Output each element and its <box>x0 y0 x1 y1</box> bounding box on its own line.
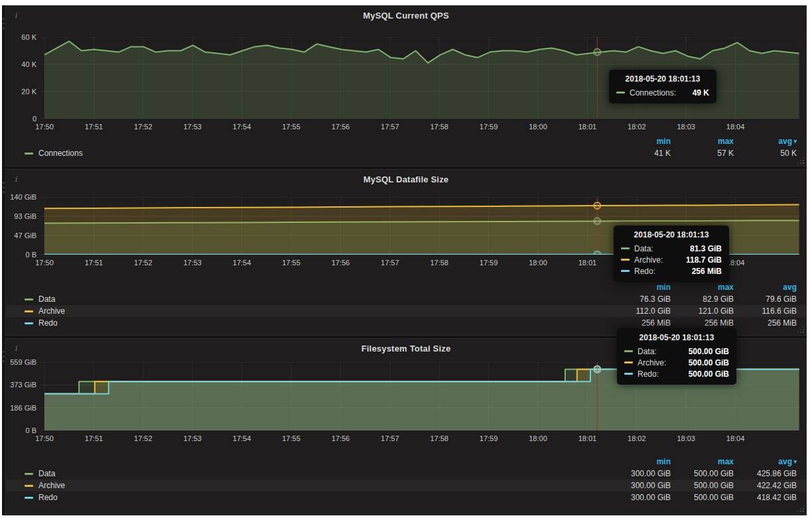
legend-header-max[interactable]: max <box>671 457 734 466</box>
x-axis-label: 17:59 <box>480 259 498 267</box>
legend-series-data[interactable]: Data <box>25 294 608 304</box>
series-color-dash-icon <box>624 373 633 375</box>
legend-row-redo: Redo300.00 GiB500.00 GiB418.42 GiB <box>6 491 806 503</box>
legend-header-max[interactable]: max <box>671 137 734 146</box>
legend-stat-min: 112.0 GiB <box>608 306 671 316</box>
legend-stat-avg: 256 MiB <box>734 318 797 328</box>
tooltip-timestamp: 2018-05-20 18:01:13 <box>621 230 722 239</box>
info-icon[interactable]: i <box>15 175 17 184</box>
x-axis-label: 17:50 <box>35 434 54 442</box>
tooltip-series-name: Redo: <box>638 369 659 379</box>
tooltip-series-name: Redo: <box>634 267 655 276</box>
legend-header-max[interactable]: max <box>671 283 734 292</box>
x-axis-label: 18:00 <box>529 259 547 267</box>
legend-row-archive: Archive112.0 GiB121.0 GiB116.6 GiB <box>6 305 806 317</box>
legend-series-name: Data <box>38 469 55 478</box>
panel-resize-handle[interactable] <box>803 332 804 333</box>
x-axis-label: 17:57 <box>381 434 399 442</box>
series-color-dash-icon <box>25 485 33 487</box>
tooltip-timestamp: 2018-05-20 18:01:13 <box>624 333 729 342</box>
x-axis-label: 17:53 <box>183 259 202 267</box>
legend-series-archive[interactable]: Archive <box>25 306 608 316</box>
info-icon[interactable]: i <box>15 11 17 20</box>
y-axis-label: 93 GiB <box>7 212 36 220</box>
x-axis-label: 17:57 <box>381 123 399 131</box>
x-axis-label: 18:02 <box>628 123 646 131</box>
legend-series-connections[interactable]: Connections <box>25 149 608 158</box>
legend-series-name: Data <box>38 294 55 304</box>
legend-series-archive[interactable]: Archive <box>25 481 608 490</box>
panel-drag-handle[interactable] <box>3 182 5 196</box>
tooltip-series-name: Connections: <box>630 88 676 98</box>
panel-title: MySQL Current QPS <box>6 11 806 21</box>
x-axis-label: 18:04 <box>726 123 745 131</box>
tooltip-series-value: 49 K <box>683 88 709 98</box>
y-axis-label: 47 GiB <box>7 231 36 239</box>
legend-header-avg[interactable]: avg <box>734 283 797 292</box>
hover-point-data <box>594 218 600 224</box>
x-axis-label: 17:59 <box>480 123 498 131</box>
legend-header-min[interactable]: min <box>608 137 671 146</box>
legend-header-avg[interactable]: avg ▾ <box>734 457 797 466</box>
chart-tooltip: 2018-05-20 18:01:13Data:500.00 GiBArchiv… <box>617 328 736 385</box>
legend-stat-max: 500.00 GiB <box>671 469 734 478</box>
x-axis-label: 17:51 <box>85 123 103 131</box>
legend-header-min[interactable]: min <box>608 283 671 292</box>
x-axis-label: 18:00 <box>529 434 547 442</box>
series-color-dash-icon <box>624 350 633 352</box>
x-axis-label: 17:59 <box>480 434 498 442</box>
y-axis-label: 40 K <box>7 60 36 68</box>
legend-stat-min: 300.00 GiB <box>608 481 671 490</box>
x-axis-label: 17:57 <box>381 259 399 267</box>
x-axis-label: 17:53 <box>183 434 202 442</box>
y-axis-label: 0 B <box>7 251 36 259</box>
x-axis-label: 18:03 <box>677 434 695 442</box>
legend-header-avg[interactable]: avg ▾ <box>734 137 797 146</box>
legend-series-name: Archive <box>38 306 65 316</box>
panel-drag-handle[interactable] <box>3 351 5 365</box>
legend-stat-min: 300.00 GiB <box>608 493 671 502</box>
panel-resize-handle[interactable] <box>803 511 804 512</box>
tooltip-series-value: 256 MiB <box>683 267 722 276</box>
tooltip-series-row: Redo:500.00 GiB <box>624 368 729 379</box>
legend-stat-avg: 425.86 GiB <box>734 469 797 478</box>
x-axis-label: 17:55 <box>282 123 301 131</box>
x-axis-label: 17:56 <box>332 434 350 442</box>
legend: minmaxavg ▾Data300.00 GiB500.00 GiB425.8… <box>6 456 806 503</box>
legend-header-row: minmaxavg ▾ <box>6 456 806 468</box>
legend: minmaxavgData76.3 GiB82.9 GiB79.6 GiBArc… <box>6 281 806 329</box>
legend-stat-avg: 422.42 GiB <box>734 481 797 490</box>
y-axis-label: 559 GiB <box>7 358 36 366</box>
series-color-dash-icon <box>25 322 33 324</box>
legend-header-min[interactable]: min <box>608 457 671 466</box>
sort-caret-icon: ▾ <box>792 458 797 465</box>
y-axis-label: 186 GiB <box>7 404 36 412</box>
tooltip-series-name: Archive: <box>638 358 666 367</box>
hover-point-connections <box>594 49 600 56</box>
legend-series-redo[interactable]: Redo <box>25 318 608 328</box>
legend-header-row: minmaxavg ▾ <box>6 135 806 147</box>
legend-header-row: minmaxavg <box>6 281 806 293</box>
legend-row-archive: Archive300.00 GiB500.00 GiB422.42 GiB <box>6 480 806 491</box>
x-axis-label: 17:55 <box>282 434 301 442</box>
panel-resize-handle[interactable] <box>803 162 804 164</box>
panel-drag-handle[interactable] <box>3 18 5 32</box>
tooltip-series-row: Archive:118.7 GiB <box>621 254 722 265</box>
x-axis-label: 18:03 <box>677 123 695 131</box>
info-icon[interactable]: i <box>15 344 17 353</box>
series-color-dash-icon <box>621 247 630 249</box>
hover-point-redo <box>594 366 600 373</box>
legend-series-redo[interactable]: Redo <box>25 493 608 502</box>
legend-series-data[interactable]: Data <box>25 469 608 478</box>
y-axis-label: 140 GiB <box>7 193 36 201</box>
x-axis-label: 17:58 <box>430 259 448 267</box>
y-axis-label: 373 GiB <box>7 381 36 389</box>
x-axis-label: 17:58 <box>430 123 448 131</box>
legend-row-data: Data300.00 GiB500.00 GiB425.86 GiB <box>6 468 806 480</box>
legend-stat-max: 121.0 GiB <box>671 306 734 316</box>
x-axis-label: 18:01 <box>578 259 597 267</box>
tooltip-series-value: 500.00 GiB <box>679 347 729 356</box>
tooltip-series-row: Data:81.3 GiB <box>621 243 722 254</box>
x-axis-label: 18:01 <box>578 434 597 442</box>
y-axis-label: 0 B <box>7 426 36 434</box>
